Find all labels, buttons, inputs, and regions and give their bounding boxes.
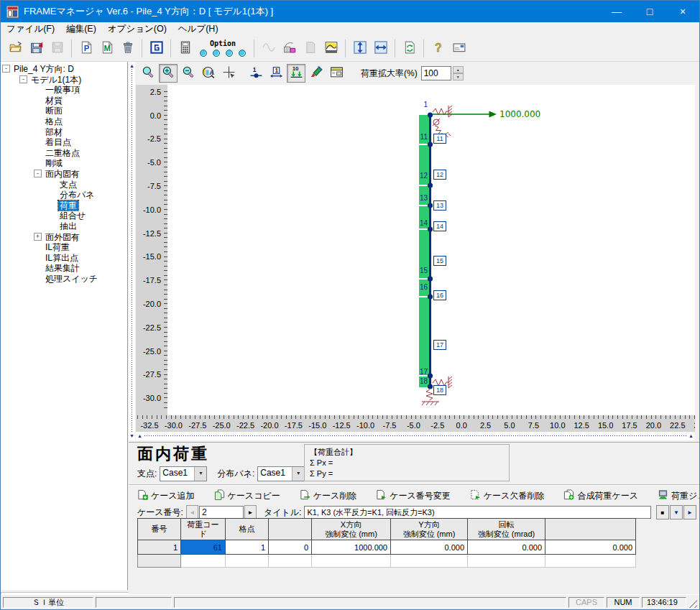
- data-cell[interactable]: [468, 555, 545, 568]
- help-button[interactable]: ?: [428, 39, 448, 58]
- spring-case-select[interactable]: Case1 ▼: [257, 466, 305, 481]
- collapse-icon[interactable]: -: [19, 75, 27, 83]
- menu-item-2[interactable]: オプション(O): [102, 22, 172, 37]
- show-member-numbers-button[interactable]: 1: [267, 64, 285, 83]
- case-gap-delete-button[interactable]: ケース欠番削除: [470, 489, 545, 502]
- save-button[interactable]: [27, 39, 46, 58]
- combine-load-case-button[interactable]: 合成荷重ケース: [563, 489, 638, 502]
- tree-item-17[interactable]: IL荷重: [44, 242, 71, 252]
- record-stop-button[interactable]: ■: [656, 505, 669, 519]
- fit-horizontal-button[interactable]: [371, 39, 390, 58]
- tree-item-18[interactable]: IL算出点: [44, 253, 80, 263]
- data-cell[interactable]: 1000.000: [312, 540, 391, 555]
- data-cell[interactable]: 0.000: [545, 540, 636, 555]
- tree-item-1[interactable]: モデル1(1本): [29, 75, 83, 85]
- scroll-track[interactable]: [144, 435, 686, 436]
- data-cell[interactable]: [312, 555, 391, 568]
- display-settings-button[interactable]: [307, 64, 326, 83]
- chevron-down-icon[interactable]: ▼: [292, 467, 304, 481]
- canvas-horizontal-scrollbar[interactable]: ▲ ▲: [136, 432, 695, 440]
- scroll-right-icon[interactable]: ▲: [689, 433, 694, 439]
- data-cell[interactable]: 0.000: [468, 540, 545, 555]
- guide-button[interactable]: [147, 39, 166, 58]
- tree-item-0[interactable]: Pile_4 Y方向: D: [12, 64, 75, 74]
- pick-point-button[interactable]: [219, 64, 238, 83]
- menu-item-0[interactable]: ファイル(F): [1, 22, 60, 37]
- case-number-input[interactable]: [199, 506, 244, 519]
- data-cell[interactable]: [269, 555, 312, 568]
- collapse-icon[interactable]: -: [2, 65, 10, 73]
- tree-item-2[interactable]: 一般事項: [44, 85, 81, 95]
- data-cell[interactable]: [181, 555, 226, 568]
- spinner-down-icon[interactable]: ▼: [453, 73, 464, 80]
- tree-item-15[interactable]: 抽出: [58, 221, 78, 231]
- collapse-icon[interactable]: -: [34, 170, 42, 177]
- scroll-left-icon[interactable]: ▲: [137, 433, 142, 439]
- row-header-cell[interactable]: [138, 555, 181, 568]
- load-scale-input[interactable]: [421, 66, 451, 80]
- case-prev-button[interactable]: ◄: [186, 505, 198, 519]
- tree-item-3[interactable]: 材質: [44, 96, 64, 106]
- show-load-values-button[interactable]: 10: [287, 64, 305, 83]
- delete-button[interactable]: [118, 39, 137, 58]
- calculate-button[interactable]: [175, 39, 195, 58]
- data-cell[interactable]: [545, 555, 636, 568]
- section-tool-button[interactable]: [280, 39, 299, 58]
- show-node-numbers-button[interactable]: 1: [247, 64, 265, 83]
- tree-item-8[interactable]: 二重格点: [44, 148, 81, 158]
- case-add-button[interactable]: ケース追加: [137, 489, 195, 502]
- scroll-down-icon[interactable]: ▼: [129, 433, 134, 439]
- canvas-vertical-scrollbar[interactable]: ▲ ▼: [129, 62, 135, 440]
- spinner-up-icon[interactable]: ▲: [453, 66, 464, 73]
- data-cell[interactable]: 0.000: [391, 540, 468, 555]
- record-next-button[interactable]: ►: [683, 505, 696, 519]
- support-case-select[interactable]: Case1 ▼: [160, 466, 207, 481]
- zoom-window-button[interactable]: [139, 64, 157, 83]
- option-toggle[interactable]: Option: [200, 40, 246, 57]
- tree-item-9[interactable]: 剛域: [44, 158, 64, 168]
- zoom-in-button[interactable]: [159, 64, 178, 83]
- tips-button[interactable]: [449, 39, 469, 58]
- close-button[interactable]: ×: [666, 1, 699, 22]
- tree-item-14[interactable]: 組合せ: [58, 211, 87, 221]
- resize-grip[interactable]: [689, 597, 697, 608]
- tree-item-11[interactable]: 支点: [58, 180, 78, 190]
- case-next-button[interactable]: ►: [244, 505, 257, 519]
- tree-item-4[interactable]: 断面: [44, 106, 64, 116]
- load-generate-button[interactable]: 荷重ジェネレート: [658, 489, 699, 502]
- data-cell[interactable]: 1: [226, 540, 269, 555]
- scroll-track[interactable]: [132, 69, 132, 433]
- tree-item-20[interactable]: 処理スイッチ: [44, 274, 99, 284]
- data-cell[interactable]: 0: [269, 540, 312, 555]
- menu-item-3[interactable]: ヘルプ(H): [172, 22, 224, 37]
- property-window-button[interactable]: [327, 64, 346, 83]
- tree-item-16[interactable]: 面外固有: [44, 232, 81, 242]
- zoom-fit-button[interactable]: A: [199, 64, 218, 83]
- model-drawing-canvas[interactable]: 1111213141516171811121314151617181000.00…: [167, 85, 695, 415]
- result-chart-button[interactable]: [321, 39, 341, 58]
- expand-icon[interactable]: +: [34, 233, 42, 241]
- case-title-input[interactable]: [304, 506, 651, 519]
- data-cell[interactable]: [391, 555, 468, 568]
- maximize-button[interactable]: □: [633, 1, 666, 22]
- tree-item-13[interactable]: 荷重: [58, 200, 78, 211]
- tree-item-10[interactable]: 面内固有: [44, 169, 81, 179]
- zoom-out-button[interactable]: [179, 64, 198, 83]
- scroll-up-icon[interactable]: ▲: [129, 63, 134, 69]
- menu-item-1[interactable]: 編集(E): [60, 22, 102, 37]
- record-down-button[interactable]: ▼: [670, 505, 683, 519]
- minimize-button[interactable]: —: [600, 1, 633, 22]
- refresh-button[interactable]: [400, 39, 419, 58]
- case-delete-button[interactable]: ケース削除: [300, 489, 357, 502]
- tree-item-19[interactable]: 結果集計: [44, 263, 81, 273]
- fit-vertical-button[interactable]: [350, 39, 369, 58]
- case-copy-button[interactable]: ケースコピー: [214, 489, 280, 502]
- row-header-cell[interactable]: 1: [138, 540, 181, 555]
- model-doc-button[interactable]: M: [97, 39, 116, 58]
- data-cell[interactable]: [226, 555, 269, 568]
- data-cell[interactable]: 61: [181, 540, 226, 555]
- tree-item-5[interactable]: 格点: [44, 116, 64, 126]
- print-doc-button[interactable]: P: [76, 39, 96, 58]
- tree-item-6[interactable]: 部材: [44, 127, 64, 137]
- case-renumber-button[interactable]: ケース番号変更: [376, 489, 451, 502]
